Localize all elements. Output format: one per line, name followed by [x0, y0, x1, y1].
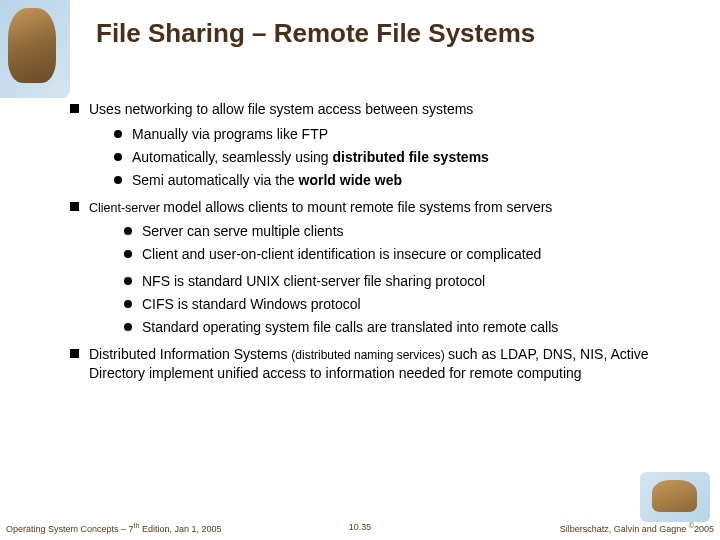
square-bullet-icon [70, 202, 79, 211]
slide-body: Uses networking to allow file system acc… [70, 100, 690, 389]
bullet-2-sub-1-text: Server can serve multiple clients [142, 222, 690, 241]
bullet-1-text: Uses networking to allow file system acc… [89, 100, 690, 119]
bullet-3-text: Distributed Information Systems (distrib… [89, 345, 690, 383]
footer-center: 10.35 [349, 522, 372, 532]
text-fragment: Distributed Information Systems [89, 346, 291, 362]
footer-left: Operating System Concepts – 7th Edition,… [6, 522, 221, 534]
circle-bullet-icon [114, 176, 122, 184]
bullet-2-text: Client-server model allows clients to mo… [89, 198, 690, 217]
footer-right: Silberschatz, Galvin and Gagne ©2005 [560, 522, 714, 534]
text-fragment: 2005 [694, 524, 714, 534]
text-fragment: Edition, Jan 1, 2005 [139, 524, 221, 534]
circle-bullet-icon [124, 250, 132, 258]
text-fragment: Client-server [89, 201, 163, 215]
bullet-2: Client-server model allows clients to mo… [70, 198, 690, 217]
slide-title: File Sharing – Remote File Systems [96, 18, 535, 49]
text-fragment: Automatically, seamlessly using [132, 149, 332, 165]
bullet-2-sub-4: CIFS is standard Windows protocol [124, 295, 690, 314]
square-bullet-icon [70, 104, 79, 113]
text-fragment: Operating System Concepts – 7 [6, 524, 134, 534]
bullet-1-sub-3: Semi automatically via the world wide we… [114, 171, 690, 190]
circle-bullet-icon [124, 300, 132, 308]
bullet-2-sub-1: Server can serve multiple clients [124, 222, 690, 241]
circle-bullet-icon [124, 323, 132, 331]
bullet-2-sub-3: NFS is standard UNIX client-server file … [124, 272, 690, 291]
bullet-1: Uses networking to allow file system acc… [70, 100, 690, 119]
slide-footer: Operating System Concepts – 7th Edition,… [0, 522, 720, 536]
text-fragment: (distributed naming services) [291, 348, 448, 362]
bullet-3: Distributed Information Systems (distrib… [70, 345, 690, 383]
bullet-2-sub-4-text: CIFS is standard Windows protocol [142, 295, 690, 314]
bullet-2-sub-2: Client and user-on-client identification… [124, 245, 690, 264]
bullet-1-sub-1: Manually via programs like FTP [114, 125, 690, 144]
square-bullet-icon [70, 349, 79, 358]
dinosaur-bottom-image [640, 472, 710, 522]
text-bold: distributed file systems [332, 149, 488, 165]
circle-bullet-icon [114, 130, 122, 138]
bullet-2-sub-5-text: Standard operating system file calls are… [142, 318, 690, 337]
bullet-1-sub-3-text: Semi automatically via the world wide we… [132, 171, 690, 190]
circle-bullet-icon [114, 153, 122, 161]
text-fragment: model allows clients to mount remote fil… [163, 199, 552, 215]
bullet-1-sub-2: Automatically, seamlessly using distribu… [114, 148, 690, 167]
bullet-2-sub-2-text: Client and user-on-client identification… [142, 245, 690, 264]
text-fragment: Silberschatz, Galvin and Gagne [560, 524, 689, 534]
dinosaur-top-image [0, 0, 70, 98]
bullet-1-sub-2-text: Automatically, seamlessly using distribu… [132, 148, 690, 167]
text-bold: world wide web [299, 172, 402, 188]
bullet-2-sub-3-text: NFS is standard UNIX client-server file … [142, 272, 690, 291]
circle-bullet-icon [124, 277, 132, 285]
bullet-1-sub-1-text: Manually via programs like FTP [132, 125, 690, 144]
text-fragment: Semi automatically via the [132, 172, 299, 188]
circle-bullet-icon [124, 227, 132, 235]
bullet-2-sub-5: Standard operating system file calls are… [124, 318, 690, 337]
